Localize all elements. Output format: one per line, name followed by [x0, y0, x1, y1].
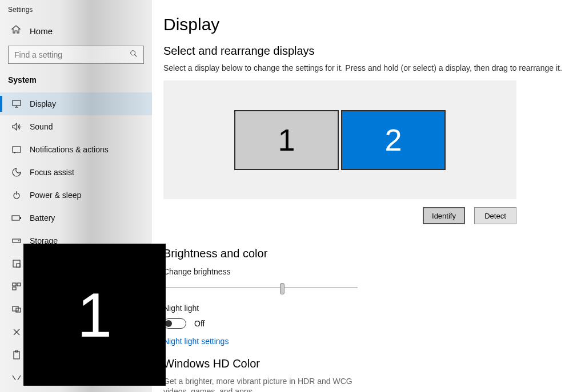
- monitor-2[interactable]: 2: [341, 110, 446, 170]
- notifications-icon: [11, 146, 22, 153]
- monitor-arrange-area[interactable]: 1 2: [163, 80, 516, 199]
- home-icon: [11, 25, 22, 37]
- section-label: System: [0, 70, 152, 92]
- remote-icon: [11, 374, 22, 381]
- svg-rect-17: [13, 287, 16, 290]
- tablet-icon: [11, 260, 22, 268]
- page-title: Display: [163, 15, 585, 34]
- nightlight-label: Night light: [163, 304, 585, 313]
- search-input[interactable]: [14, 50, 130, 59]
- sidebar-item-label: Display: [30, 99, 56, 108]
- sidebar-item-battery[interactable]: Battery: [0, 207, 152, 229]
- power-icon: [11, 191, 22, 200]
- sidebar-item-display[interactable]: Display: [0, 92, 152, 115]
- project-icon: [11, 305, 22, 313]
- home-label: Home: [30, 26, 53, 36]
- focus-icon: [11, 168, 22, 177]
- sidebar-item-label: Battery: [30, 213, 55, 223]
- brightness-label: Change brightness: [163, 267, 585, 276]
- identify-overlay: 1: [23, 244, 166, 386]
- sidebar-item-focus[interactable]: Focus assist: [0, 161, 152, 184]
- identify-overlay-number: 1: [77, 278, 112, 351]
- svg-line-24: [13, 375, 15, 380]
- battery-icon: [11, 215, 22, 221]
- search-icon: [130, 50, 138, 60]
- hd-color-desc: Get a brighter, more vibrant picture in …: [163, 376, 369, 392]
- sidebar-item-power[interactable]: Power & sleep: [0, 184, 152, 207]
- monitor-1[interactable]: 1: [234, 110, 339, 170]
- svg-point-0: [131, 51, 135, 55]
- sidebar-item-sound[interactable]: Sound: [0, 115, 152, 138]
- sidebar-item-label: Focus assist: [30, 168, 74, 177]
- sidebar-item-label: Sound: [30, 122, 53, 131]
- svg-rect-16: [17, 283, 21, 286]
- sidebar-item-notifications[interactable]: Notifications & actions: [0, 138, 152, 161]
- sidebar-item-label: Notifications & actions: [30, 145, 109, 154]
- app-title: Settings: [0, 0, 152, 16]
- svg-rect-22: [14, 351, 19, 359]
- sound-icon: [11, 123, 22, 131]
- rearrange-help: Select a display below to change the set…: [163, 63, 585, 72]
- clipboard-icon: [11, 350, 22, 359]
- hd-color-heading: Windows HD Color: [163, 357, 585, 370]
- nightlight-toggle[interactable]: [163, 318, 186, 329]
- storage-icon: [11, 237, 22, 244]
- rearrange-heading: Select and rearrange displays: [163, 45, 585, 58]
- svg-point-12: [18, 240, 19, 241]
- brightness-slider[interactable]: [163, 282, 358, 293]
- display-icon: [11, 100, 22, 108]
- svg-rect-10: [20, 217, 21, 219]
- svg-rect-9: [12, 216, 19, 220]
- nightlight-settings-link[interactable]: Night light settings: [163, 337, 585, 346]
- svg-rect-15: [13, 283, 16, 286]
- svg-rect-2: [13, 100, 21, 106]
- multitask-icon: [11, 282, 22, 290]
- svg-marker-6: [14, 152, 16, 153]
- svg-line-25: [18, 375, 21, 380]
- identify-button[interactable]: Identify: [423, 207, 465, 224]
- slider-thumb[interactable]: [280, 283, 285, 294]
- detect-button[interactable]: Detect: [474, 207, 516, 224]
- brightness-heading: Brightness and color: [163, 247, 585, 260]
- svg-rect-18: [13, 306, 18, 311]
- sidebar-item-label: Power & sleep: [30, 191, 81, 200]
- nightlight-state: Off: [194, 319, 205, 328]
- cross-icon: [11, 328, 22, 336]
- svg-line-1: [135, 55, 137, 57]
- svg-rect-5: [13, 147, 21, 152]
- search-input-wrap[interactable]: [8, 46, 144, 64]
- home-nav[interactable]: Home: [0, 16, 152, 45]
